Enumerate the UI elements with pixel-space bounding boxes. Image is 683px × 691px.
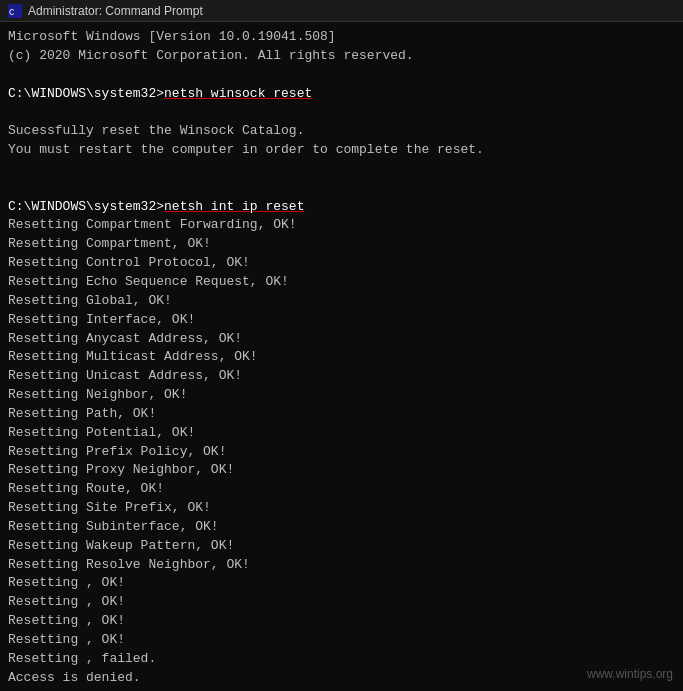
terminal-line-24: Resetting Proxy Neighbor, OK! <box>8 461 675 480</box>
terminal-line-6: Sucessfully reset the Winsock Catalog. <box>8 122 675 141</box>
terminal-line-31: Resetting , OK! <box>8 593 675 612</box>
terminal-line-25: Resetting Route, OK! <box>8 480 675 499</box>
title-bar-text: Administrator: Command Prompt <box>28 4 675 18</box>
terminal-line-23: Resetting Prefix Policy, OK! <box>8 443 675 462</box>
terminal-line-21: Resetting Path, OK! <box>8 405 675 424</box>
terminal-line-empty-4 <box>8 179 675 198</box>
terminal-line-14: Resetting Echo Sequence Request, OK! <box>8 273 675 292</box>
terminal-line-32: Resetting , OK! <box>8 612 675 631</box>
terminal-line-13: Resetting Control Protocol, OK! <box>8 254 675 273</box>
terminal-line-28: Resetting Wakeup Pattern, OK! <box>8 537 675 556</box>
terminal-line-35: Access is denied. <box>8 669 675 688</box>
terminal-body: Microsoft Windows [Version 10.0.19041.50… <box>0 22 683 691</box>
terminal-line-15: Resetting Global, OK! <box>8 292 675 311</box>
terminal-line-10: C:\WINDOWS\system32>netsh int ip reset <box>8 198 675 217</box>
cmd-intip: netsh int ip reset <box>164 199 304 214</box>
terminal-line-29: Resetting Resolve Neighbor, OK! <box>8 556 675 575</box>
terminal-line-30: Resetting , OK! <box>8 574 675 593</box>
terminal-line-33: Resetting , OK! <box>8 631 675 650</box>
terminal-line-empty-5 <box>8 688 675 691</box>
terminal-line-34: Resetting , failed. <box>8 650 675 669</box>
terminal-line-18: Resetting Multicast Address, OK! <box>8 348 675 367</box>
svg-text:C: C <box>9 8 15 18</box>
terminal-line-empty-3 <box>8 160 675 179</box>
terminal-line-empty-1 <box>8 66 675 85</box>
terminal-line-4: C:\WINDOWS\system32>netsh winsock reset <box>8 85 675 104</box>
terminal-line-22: Resetting Potential, OK! <box>8 424 675 443</box>
title-bar: C Administrator: Command Prompt <box>0 0 683 22</box>
terminal-line-17: Resetting Anycast Address, OK! <box>8 330 675 349</box>
terminal-line-1: Microsoft Windows [Version 10.0.19041.50… <box>8 28 675 47</box>
terminal-line-empty-2 <box>8 103 675 122</box>
terminal-line-2: (c) 2020 Microsoft Corporation. All righ… <box>8 47 675 66</box>
cmd-winsock: netsh winsock reset <box>164 86 312 101</box>
terminal-line-27: Resetting Subinterface, OK! <box>8 518 675 537</box>
terminal-line-11: Resetting Compartment Forwarding, OK! <box>8 216 675 235</box>
terminal-line-19: Resetting Unicast Address, OK! <box>8 367 675 386</box>
terminal-line-16: Resetting Interface, OK! <box>8 311 675 330</box>
watermark: www.wintips.org <box>587 667 673 681</box>
terminal-line-12: Resetting Compartment, OK! <box>8 235 675 254</box>
terminal-line-7: You must restart the computer in order t… <box>8 141 675 160</box>
cmd-icon: C <box>8 4 22 18</box>
terminal-line-20: Resetting Neighbor, OK! <box>8 386 675 405</box>
terminal-line-26: Resetting Site Prefix, OK! <box>8 499 675 518</box>
